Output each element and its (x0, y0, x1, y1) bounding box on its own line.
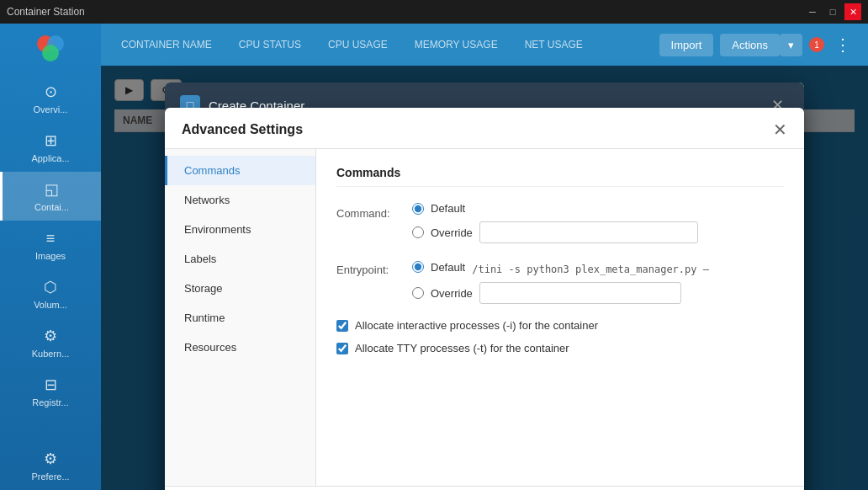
allocate-interactive-checkbox[interactable] (336, 320, 348, 332)
window-controls: ─ □ ✕ (804, 3, 861, 20)
advanced-footer: Apply Cancel (165, 486, 804, 490)
entrypoint-row: Entrypoint: Default /tini -s python3 ple… (336, 258, 784, 304)
import-button[interactable]: Import (659, 34, 714, 56)
nav-item-runtime[interactable]: Runtime (165, 303, 315, 333)
main-area: CONTAINER NAME CPU STATUS CPU USAGE MEMO… (101, 24, 868, 490)
registry-icon: ⊟ (41, 375, 60, 394)
notification-badge: 1 (809, 37, 824, 52)
sidebar-label-images: Images (35, 251, 66, 261)
overview-icon: ⊙ (41, 83, 60, 101)
sidebar-label-preferences: Prefere... (31, 471, 69, 482)
nav-item-networks[interactable]: Networks (165, 185, 315, 215)
command-default-label: Default (431, 202, 465, 215)
nav-item-commands[interactable]: Commands (165, 156, 315, 185)
app-header: CONTAINER NAME CPU STATUS CPU USAGE MEMO… (101, 24, 868, 66)
entrypoint-default-value: /tini -s python3 plex_meta_manager.py – (472, 258, 784, 275)
sidebar-label-registry: Registr... (32, 397, 68, 407)
nav-item-storage[interactable]: Storage (165, 274, 315, 303)
containers-icon: ◱ (43, 180, 61, 199)
header-tab-3: MEMORY USAGE (408, 35, 505, 54)
header-tab-1: CPU STATUS (232, 35, 308, 54)
entrypoint-override-input[interactable] (479, 282, 681, 304)
sidebar-label-overview: Overvi... (34, 104, 68, 115)
sidebar-label-containers: Contai... (34, 202, 69, 212)
checkbox-tty-row: Allocate TTY processes (-t) for the cont… (336, 342, 784, 354)
entrypoint-label: Entrypoint: (336, 258, 404, 276)
advanced-header: Advanced Settings ✕ (165, 108, 804, 149)
entrypoint-override-label: Override (431, 287, 473, 300)
minimize-button[interactable]: ─ (804, 3, 821, 20)
applications-icon: ⊞ (41, 131, 60, 150)
nav-item-labels[interactable]: Labels (165, 244, 315, 274)
close-button[interactable]: ✕ (844, 3, 861, 20)
advanced-content: Commands Command: Default (316, 149, 804, 486)
command-row: Command: Default Override (336, 202, 784, 243)
checkboxes-area: Allocate interactive processes (-i) for … (336, 319, 784, 354)
sidebar-item-applications[interactable]: ⊞ Applica... (0, 123, 101, 172)
sidebar-label-kubernetes: Kubern... (32, 349, 70, 359)
entrypoint-default-row: Default /tini -s python3 plex_meta_manag… (412, 258, 784, 275)
entrypoint-override-row: Override (412, 282, 784, 304)
modal-overlay: □ Create Container ✕ Advanced Settings ✕ (101, 66, 868, 490)
sidebar-item-containers[interactable]: ◱ Contai... (0, 172, 101, 221)
command-default-radio[interactable] (412, 203, 424, 215)
svg-point-2 (42, 45, 59, 61)
advanced-settings-modal: Advanced Settings ✕ Commands Networks (165, 108, 804, 490)
sidebar-item-volumes[interactable]: ⬡ Volum... (0, 269, 101, 318)
command-override-label: Override (431, 226, 473, 239)
allocate-tty-checkbox[interactable] (336, 343, 348, 354)
entrypoint-options: Default /tini -s python3 plex_meta_manag… (412, 258, 784, 304)
header-tab-4: NET USAGE (518, 35, 590, 54)
sidebar-label-volumes: Volum... (34, 300, 67, 310)
entrypoint-default-label: Default (431, 261, 465, 274)
actions-button[interactable]: Actions (720, 34, 780, 56)
sidebar-item-registry[interactable]: ⊟ Registr... (0, 367, 101, 416)
images-icon: ≡ (41, 229, 60, 248)
entrypoint-default-radio[interactable] (412, 261, 424, 273)
sidebar-item-images[interactable]: ≡ Images (0, 221, 101, 269)
command-override-radio[interactable] (412, 226, 424, 238)
command-override-input[interactable] (479, 221, 698, 243)
nav-item-resources[interactable]: Resources (165, 333, 315, 362)
title-bar: Container Station ─ □ ✕ (0, 0, 868, 24)
app-container: ⊙ Overvi... ⊞ Applica... ◱ Contai... ≡ I… (0, 24, 868, 490)
command-label: Command: (336, 202, 404, 220)
command-default-row: Default (412, 202, 784, 215)
content-area: ▶ ⚙ NAME CPU STATUS CPU USAGE MEM USAGE … (101, 66, 868, 490)
advanced-body: Commands Networks Environments Labels (165, 149, 804, 486)
kubernetes-icon: ⚙ (41, 327, 60, 345)
entrypoint-override-radio[interactable] (412, 287, 424, 299)
preferences-icon: ⚙ (41, 450, 60, 468)
window-title: Container Station (7, 6, 85, 18)
section-title: Commands (336, 166, 784, 187)
advanced-close-button[interactable]: ✕ (773, 121, 787, 138)
advanced-nav: Commands Networks Environments Labels (165, 149, 316, 486)
sidebar: ⊙ Overvi... ⊞ Applica... ◱ Contai... ≡ I… (0, 24, 101, 490)
sidebar-item-kubernetes[interactable]: ⚙ Kubern... (0, 318, 101, 367)
advanced-title: Advanced Settings (182, 122, 303, 137)
allocate-interactive-label: Allocate interactive processes (-i) for … (355, 319, 598, 332)
sidebar-label-applications: Applica... (31, 153, 69, 163)
header-tab-0: CONTAINER NAME (114, 35, 219, 54)
sidebar-item-overview[interactable]: ⊙ Overvi... (0, 74, 101, 123)
checkbox-interactive-row: Allocate interactive processes (-i) for … (336, 319, 784, 332)
sidebar-item-preferences[interactable]: ⚙ Prefere... (28, 441, 72, 490)
more-options-button[interactable]: ⋮ (831, 31, 855, 58)
nav-item-environments[interactable]: Environments (165, 215, 315, 244)
app-logo (34, 32, 67, 66)
allocate-tty-label: Allocate TTY processes (-t) for the cont… (355, 342, 569, 354)
volumes-icon: ⬡ (41, 278, 60, 296)
header-tab-2: CPU USAGE (321, 35, 394, 54)
restore-button[interactable]: □ (824, 3, 841, 20)
command-options: Default Override (412, 202, 784, 243)
actions-dropdown[interactable]: ▾ (780, 34, 802, 56)
command-override-row: Override (412, 221, 784, 243)
